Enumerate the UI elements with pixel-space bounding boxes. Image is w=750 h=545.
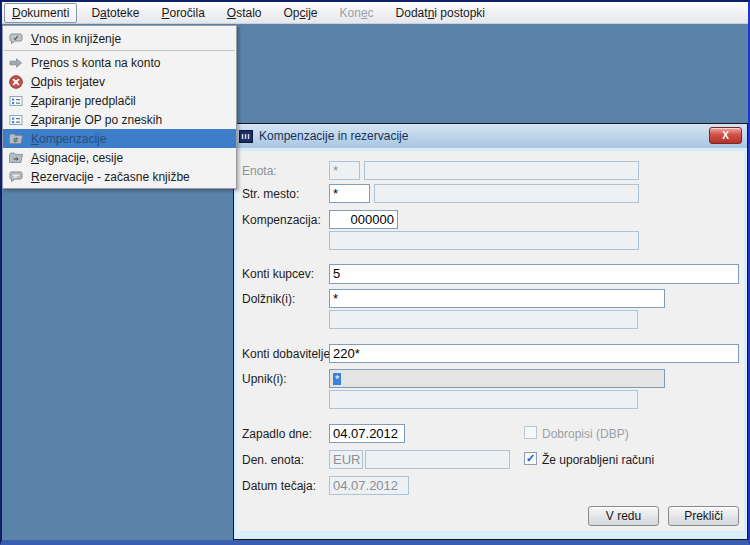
menu-item-label: Kompenzacije — [31, 132, 106, 146]
dialog-title: Kompenzacije in rezervacije — [259, 129, 408, 143]
menu-item-label: Rezervacije - začasne knjižbe — [31, 170, 190, 184]
kompenzacija-name-field — [329, 231, 639, 250]
selected-text: * — [333, 373, 341, 385]
menu-item-zapiranje-op-po-zneskih[interactable]: Zapiranje OP po zneskih — [3, 110, 236, 129]
konti-dobaviteljev-field[interactable]: 220* — [329, 344, 739, 363]
menu-item-label: Odpis terjatev — [31, 75, 105, 89]
konti-dobaviteljev-label: Konti dobaviteljev: — [242, 347, 339, 361]
str-mesto-name-field — [374, 184, 639, 203]
close-icon[interactable]: X — [709, 127, 742, 144]
bubble-icon — [8, 169, 24, 185]
menubar-item-dokumenti[interactable]: Dokumenti — [4, 3, 77, 23]
menu-item-zapiranje-predplacil[interactable]: Zapiranje predplačil — [3, 91, 236, 110]
folder-swap-icon — [8, 131, 24, 147]
den-enota-name-field — [365, 450, 510, 469]
dialog-kompenzacije: III Kompenzacije in rezervacije X Enota:… — [233, 123, 748, 540]
menu-item-label: Asignacije, cesije — [31, 151, 123, 165]
datum-tecaja-field: 04.07.2012 — [329, 476, 409, 495]
ze-uporabljeni-checkbox-label: Že uporabljeni računi — [542, 453, 654, 467]
cancel-circle-icon — [8, 74, 24, 90]
den-enota-label: Den. enota: — [242, 453, 304, 467]
ok-button[interactable]: V redu — [588, 506, 659, 526]
enota-star-field: * — [329, 161, 360, 180]
cancel-button[interactable]: Prekliči — [668, 506, 739, 526]
zapadlo-dne-field[interactable]: 04.07.2012 — [329, 424, 405, 443]
grid-check-icon — [8, 93, 24, 109]
upnik-name-field — [329, 390, 638, 409]
zapadlo-dne-label: Zapadlo dne: — [242, 427, 312, 441]
menubar-item-datoteke[interactable]: Datoteke — [83, 3, 147, 23]
den-enota-field: EUR — [329, 450, 363, 469]
dokumenti-dropdown-menu: Vnos in knjiženje Prenos s konta na kont… — [2, 25, 237, 189]
datum-tecaja-label: Datum tečaja: — [242, 479, 316, 493]
check-icon: ✓ — [526, 452, 535, 464]
app-window: Dokumenti Datoteke Poročila Ostalo Opcij… — [0, 0, 750, 545]
menu-item-asignacije-cesije[interactable]: Asignacije, cesije — [3, 148, 236, 167]
arrow-right-icon — [8, 55, 24, 71]
menu-bar: Dokumenti Datoteke Poročila Ostalo Opcij… — [2, 2, 748, 24]
dobropisi-checkbox — [524, 426, 537, 439]
menubar-item-ostalo[interactable]: Ostalo — [219, 3, 270, 23]
str-mesto-field[interactable]: * — [329, 184, 370, 203]
menu-item-label: Vnos in knjiženje — [31, 32, 121, 46]
konti-kupcev-label: Konti kupcev: — [242, 267, 314, 281]
kompenzacija-label: Kompenzacija: — [242, 213, 321, 227]
dialog-titlebar[interactable]: III Kompenzacije in rezervacije X — [234, 124, 747, 148]
konti-kupcev-field[interactable]: 5 — [329, 264, 739, 284]
dolznik-label: Dolžnik(i): — [242, 292, 295, 306]
menu-item-odpis-terjatev[interactable]: Odpis terjatev — [3, 72, 236, 91]
menubar-item-opcije[interactable]: Opcije — [276, 3, 326, 23]
menu-item-label: Prenos s konta na konto — [31, 56, 160, 70]
bubble-edit-icon — [8, 31, 24, 47]
grid-check-icon — [8, 112, 24, 128]
upnik-label: Upnik(i): — [242, 372, 287, 386]
str-mesto-label: Str. mesto: — [242, 187, 299, 201]
menu-item-rezervacije[interactable]: Rezervacije - začasne knjižbe — [3, 167, 236, 186]
menu-separator — [4, 50, 235, 51]
app-icon: III — [239, 130, 253, 143]
dolznik-name-field — [329, 310, 638, 329]
enota-label: Enota: — [242, 164, 277, 178]
enota-name-field — [364, 161, 639, 180]
menubar-item-porocila[interactable]: Poročila — [153, 3, 212, 23]
menu-item-kompenzacije[interactable]: Kompenzacije — [3, 129, 236, 148]
menubar-item-dodatni-postopki[interactable]: Dodatni postopki — [388, 3, 493, 23]
menubar-item-konec: Konec — [332, 3, 382, 23]
menu-item-vnos-in-knjizenje[interactable]: Vnos in knjiženje — [3, 29, 236, 48]
upnik-field[interactable]: * — [329, 369, 665, 388]
kompenzacija-field[interactable]: 000000 — [329, 210, 398, 229]
folder-arrow-icon — [8, 150, 24, 166]
dolznik-field[interactable]: * — [329, 289, 665, 308]
menu-item-label: Zapiranje OP po zneskih — [31, 113, 162, 127]
menu-item-prenos-s-konta[interactable]: Prenos s konta na konto — [3, 53, 236, 72]
dobropisi-checkbox-label: Dobropisi (DBP) — [542, 427, 629, 441]
ze-uporabljeni-checkbox[interactable]: ✓ — [524, 452, 537, 465]
menu-item-label: Zapiranje predplačil — [31, 94, 136, 108]
